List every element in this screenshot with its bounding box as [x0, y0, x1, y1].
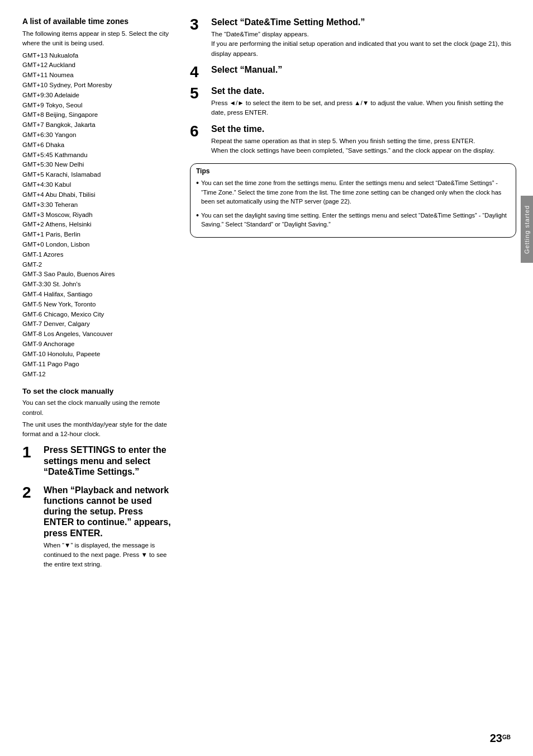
right-step-number-3: 3 [190, 17, 206, 32]
right-step-heading-5: Set the date. [211, 86, 516, 96]
step-content-2: When “Playback and network functions can… [44, 485, 173, 570]
sidebar-label: Getting started [524, 205, 530, 253]
page-footer: 23GB [490, 732, 511, 745]
tips-bullet-1: • [196, 178, 199, 188]
timezone-item: GMT+0 London, Lisbon [22, 240, 173, 250]
tips-box: Tips •You can set the time zone from the… [190, 163, 516, 238]
timezone-item: GMT+10 Sydney, Port Moresby [22, 81, 173, 91]
tips-item-2: •You can set the daylight saving time se… [196, 211, 510, 229]
page-suffix: GB [502, 734, 511, 740]
right-step-content-4: Select “Manual.” [211, 64, 516, 77]
timezone-item: GMT+3 Moscow, Riyadh [22, 210, 173, 220]
left-column: A list of available time zones The follo… [22, 17, 173, 739]
timezone-item: GMT+9:30 Adelaide [22, 91, 173, 101]
tips-item-1: •You can set the time zone from the sett… [196, 178, 510, 206]
timezone-item: GMT+5:45 Kathmandu [22, 150, 173, 160]
timezone-item: GMT-12 [22, 370, 173, 380]
right-column: 3Select “Date&Time Setting Method.”The “… [184, 17, 516, 739]
timezone-item: GMT+3:30 Teheran [22, 200, 173, 210]
step-body-2: When “▼” is displayed, the message is co… [44, 541, 173, 570]
timezone-item: GMT+8 Beijing, Singapore [22, 110, 173, 120]
timezone-item: GMT+5 Karachi, Islamabad [22, 170, 173, 180]
right-step-4: 4Select “Manual.” [190, 64, 516, 80]
right-step-5: 5Set the date.Press ◄/► to select the it… [190, 86, 516, 118]
timezone-item: GMT+6 Dhaka [22, 140, 173, 150]
timezone-item: GMT+9 Tokyo, Seoul [22, 101, 173, 111]
timezone-item: GMT+2 Athens, Helsinki [22, 220, 173, 230]
right-step-number-4: 4 [190, 64, 206, 80]
timezone-item: GMT-9 Anchorage [22, 339, 173, 349]
step-content-1: Press SETTINGS to enter the settings men… [44, 445, 173, 479]
right-step-heading-4: Select “Manual.” [211, 64, 516, 75]
right-step-body-6: Repeat the same operation as that in ste… [211, 136, 516, 156]
timezone-item: GMT+4:30 Kabul [22, 180, 173, 190]
timezone-item: GMT-3 Sao Paulo, Buenos Aires [22, 270, 173, 280]
timezone-item: GMT-11 Pago Pago [22, 360, 173, 370]
right-step-heading-3: Select “Date&Time Setting Method.” [211, 17, 516, 27]
manual-intro-2: The unit uses the month/day/year style f… [22, 420, 173, 440]
manual-section-title: To set the clock manually [22, 387, 173, 395]
tips-text-2: You can set the daylight saving time set… [201, 211, 510, 229]
sidebar-tab: Getting started [521, 196, 533, 263]
right-step-body-5: Press ◄/► to select the item to be set, … [211, 98, 516, 118]
page-number: 23 [490, 732, 502, 744]
left-steps: 1Press SETTINGS to enter the settings me… [22, 445, 173, 569]
step-heading-1: Press SETTINGS to enter the settings men… [44, 445, 173, 477]
step-heading-2: When “Playback and network functions can… [44, 485, 173, 538]
right-step-body-3: The “Date&Time” display appears.If you a… [211, 30, 516, 59]
timezone-item: GMT-8 Los Angeles, Vancouver [22, 329, 173, 339]
right-step-6: 6Set the time.Repeat the same operation … [190, 124, 516, 156]
timezone-list: GMT+13 NukualofaGMT+12 AucklandGMT+11 No… [22, 51, 173, 380]
right-step-heading-6: Set the time. [211, 124, 516, 134]
right-step-content-6: Set the time.Repeat the same operation a… [211, 124, 516, 156]
timezone-intro: The following items appear in step 5. Se… [22, 29, 173, 49]
page-container: A list of available time zones The follo… [0, 0, 533, 756]
timezone-item: GMT-6 Chicago, Mexico City [22, 310, 173, 320]
timezone-item: GMT+6:30 Yangon [22, 130, 173, 140]
timezone-item: GMT-2 [22, 260, 173, 270]
timezone-item: GMT-10 Honolulu, Papeete [22, 349, 173, 360]
timezone-item: GMT-3:30 St. John's [22, 280, 173, 290]
timezone-item: GMT+11 Noumea [22, 70, 173, 81]
timezone-item: GMT+4 Abu Dhabi, Tbilisi [22, 190, 173, 200]
tips-label: Tips [196, 167, 510, 175]
tips-list: •You can set the time zone from the sett… [196, 178, 510, 229]
timezone-item: GMT-5 New York, Toronto [22, 300, 173, 310]
manual-intro-1: You can set the clock manually using the… [22, 398, 173, 418]
right-step-number-6: 6 [190, 124, 206, 139]
left-step-1: 1Press SETTINGS to enter the settings me… [22, 445, 173, 479]
timezone-item: GMT+1 Paris, Berlin [22, 230, 173, 240]
tips-bullet-2: • [196, 211, 199, 220]
right-step-content-3: Select “Date&Time Setting Method.”The “D… [211, 17, 516, 59]
timezone-item: GMT+12 Auckland [22, 60, 173, 70]
right-step-3: 3Select “Date&Time Setting Method.”The “… [190, 17, 516, 59]
timezone-section-title: A list of available time zones [22, 17, 173, 26]
left-step-2: 2When “Playback and network functions ca… [22, 485, 173, 570]
timezone-item: GMT-7 Denver, Calgary [22, 319, 173, 329]
step-number-2: 2 [22, 485, 38, 500]
tips-text-1: You can set the time zone from the setti… [201, 178, 510, 206]
right-step-number-5: 5 [190, 86, 206, 101]
timezone-item: GMT-1 Azores [22, 250, 173, 260]
right-steps: 3Select “Date&Time Setting Method.”The “… [190, 17, 516, 155]
timezone-item: GMT+13 Nukualofa [22, 51, 173, 61]
timezone-item: GMT+7 Bangkok, Jakarta [22, 120, 173, 130]
timezone-item: GMT+5:30 New Delhi [22, 160, 173, 170]
main-content: A list of available time zones The follo… [0, 0, 533, 756]
right-step-content-5: Set the date.Press ◄/► to select the ite… [211, 86, 516, 118]
timezone-item: GMT-4 Halifax, Santiago [22, 290, 173, 300]
step-number-1: 1 [22, 445, 38, 460]
